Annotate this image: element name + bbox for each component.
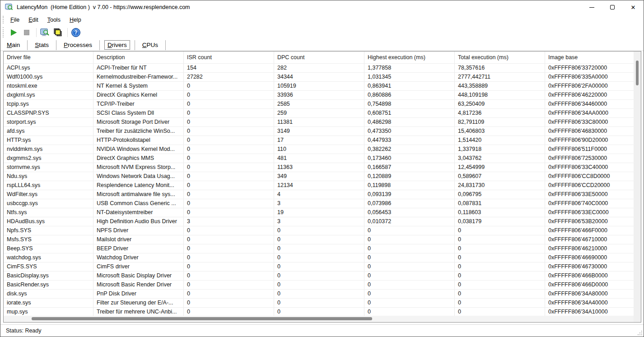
cell-highest-execution: 0	[364, 299, 455, 308]
stop-monitor-button[interactable]	[21, 27, 33, 38]
cell-total-execution: 0,118603	[455, 208, 545, 217]
cell-description: Kernelmodustreiber-Framewor...	[93, 73, 184, 82]
cell-description: DirectX Graphics MMS	[93, 154, 184, 163]
table-row[interactable]: disk.sys PnP Disk Driver 0 0 0 0 0xFFFFF…	[4, 290, 634, 299]
tab-drivers[interactable]: Drivers	[104, 40, 130, 50]
table-row[interactable]: WdFilter.sys Microsoft antimalware file …	[4, 190, 634, 199]
cell-dpc-count: 0	[274, 308, 364, 316]
vertical-scrollbar-thumb[interactable]	[636, 61, 639, 85]
cell-highest-execution: 0,056453	[364, 208, 455, 217]
help-button[interactable]: ?	[70, 27, 82, 38]
tab-cpus[interactable]: CPUs	[140, 41, 161, 49]
table-row[interactable]: BasicDisplay.sys Microsoft Basic Display…	[4, 271, 634, 281]
column-header-driver-file[interactable]: Driver file	[4, 51, 93, 64]
table-row[interactable]: ACPI.sys ACPI-Treiber für NT 154 282 1,3…	[4, 64, 634, 73]
start-monitor-button[interactable]	[8, 27, 19, 38]
cell-total-execution: 0	[455, 244, 545, 253]
cell-driver-file: HTTP.sys	[4, 136, 93, 145]
table-row[interactable]: Npfs.SYS NPFS Driver 0 0 0 0 0xFFFFF806'…	[4, 226, 634, 235]
cell-highest-execution: 0,120889	[364, 172, 455, 181]
cell-isr-count: 154	[184, 64, 274, 73]
column-header-isr-count[interactable]: ISR count	[184, 51, 274, 64]
cell-driver-file: Npfs.SYS	[4, 226, 93, 235]
svg-text:?: ?	[74, 29, 77, 36]
menu-file[interactable]: File	[7, 15, 23, 24]
table-row[interactable]: CimFS.SYS CimFS driver 0 0 0 0 0xFFFFF80…	[4, 262, 634, 271]
cell-isr-count: 27282	[184, 73, 274, 82]
cell-total-execution: 0,096795	[455, 190, 545, 199]
table-row[interactable]: HTTP.sys HTTP-Protokollstapel 0 17 0,447…	[4, 136, 634, 145]
table-row[interactable]: ntoskrnl.exe NT Kernel & System 0 105919…	[4, 82, 634, 91]
table-row[interactable]: dxgkrnl.sys DirectX Graphics Kernel 0 33…	[4, 91, 634, 100]
table-body: ACPI.sys ACPI-Treiber für NT 154 282 1,3…	[4, 64, 634, 316]
cell-highest-execution: 0	[364, 271, 455, 281]
cell-dpc-count: 0	[274, 226, 364, 235]
column-header-total-execution[interactable]: Total execution (ms)	[455, 51, 545, 64]
tab-separator	[56, 40, 56, 50]
table-row[interactable]: Wdf01000.sys Kernelmodustreiber-Framewor…	[4, 73, 634, 82]
tab-stats[interactable]: Stats	[32, 41, 51, 49]
tab-main[interactable]: Main	[4, 41, 23, 49]
table-row[interactable]: stornvme.sys Microsoft NVM Express Storp…	[4, 163, 634, 172]
table-row[interactable]: Msfs.SYS Mailslot driver 0 0 0 0 0xFFFFF…	[4, 235, 634, 244]
table-row[interactable]: tcpip.sys TCP/IP-Treiber 0 2585 0,754898…	[4, 100, 634, 109]
menu-edit[interactable]: Edit	[25, 15, 42, 24]
table-header-row: Driver file Description ISR count DPC co…	[4, 51, 634, 64]
cell-total-execution: 0,087831	[455, 199, 545, 208]
analyze-button[interactable]	[39, 27, 51, 38]
table-row[interactable]: rspLLL64.sys Resplendence Latency Monit.…	[4, 181, 634, 190]
cell-isr-count: 0	[184, 109, 274, 118]
table-row[interactable]: iorate.sys Filter zur Steuerung der E/A-…	[4, 299, 634, 308]
table-row[interactable]: mup.sys Treiber für mehrere UNC-Anbi... …	[4, 308, 634, 316]
maximize-button[interactable]	[602, 0, 623, 14]
cell-dpc-count: 0	[274, 290, 364, 299]
table-row[interactable]: Ndu.sys Windows Network Data Usag... 0 3…	[4, 172, 634, 181]
cell-total-execution: 0	[455, 281, 545, 290]
table-row[interactable]: dxgmms2.sys DirectX Graphics MMS 0 481 0…	[4, 154, 634, 163]
column-header-dpc-count[interactable]: DPC count	[274, 51, 364, 64]
cell-isr-count: 0	[184, 190, 274, 199]
column-header-highest-execution[interactable]: Highest execution (ms)	[364, 51, 455, 64]
cell-image-base: 0xFFFFF806'466D0000	[545, 281, 634, 290]
table-row[interactable]: HDAudBus.sys High Definition Audio Bus D…	[4, 217, 634, 226]
table-row[interactable]: Ntfs.sys NT-Dateisystemtreiber 0 19 0,05…	[4, 208, 634, 217]
cell-dpc-count: 2585	[274, 100, 364, 109]
processes-window-button[interactable]	[52, 27, 64, 38]
cell-description: NT Kernel & System	[93, 82, 184, 91]
column-header-description[interactable]: Description	[93, 51, 184, 64]
cell-total-execution: 15,406803	[455, 127, 545, 136]
resize-grip[interactable]	[637, 330, 642, 335]
table-row[interactable]: afd.sys Treiber für zusätzliche WinSo...…	[4, 127, 634, 136]
table-row[interactable]: nvlddmkm.sys NVIDIA Windows Kernel Mod..…	[4, 145, 634, 154]
close-button[interactable]: ✕	[623, 0, 644, 14]
table-row[interactable]: BasicRender.sys Microsoft Basic Render D…	[4, 281, 634, 290]
cell-driver-file: Beep.SYS	[4, 244, 93, 253]
titlebar[interactable]: LatencyMon (Home Edition ) v 7.00 - http…	[0, 0, 644, 14]
cell-total-execution: 78,357616	[455, 64, 545, 73]
menu-help[interactable]: Help	[66, 15, 85, 24]
table-row[interactable]: watchdog.sys Watchdog Driver 0 0 0 0 0xF…	[4, 253, 634, 262]
cell-highest-execution: 0,473350	[364, 127, 455, 136]
scrollbar-corner	[634, 316, 641, 322]
tab-separator	[165, 40, 166, 50]
table-row[interactable]: CLASSPNP.SYS SCSI Class System Dll 0 259…	[4, 109, 634, 118]
table-row[interactable]: Beep.SYS BEEP Driver 0 0 0 0 0xFFFFF806'…	[4, 244, 634, 253]
column-header-image-base[interactable]: Image base	[545, 51, 634, 64]
tab-separator	[135, 40, 135, 50]
cell-driver-file: tcpip.sys	[4, 100, 93, 109]
vertical-scrollbar[interactable]	[634, 51, 641, 322]
cell-image-base: 0xFFFFF806'46220000	[545, 91, 634, 100]
cell-highest-execution: 0,860886	[364, 91, 455, 100]
table-row[interactable]: usbccgp.sys USB Common Class Generic ...…	[4, 199, 634, 208]
cell-isr-count: 0	[184, 82, 274, 91]
tab-processes[interactable]: Processes	[61, 41, 95, 49]
horizontal-scrollbar-thumb[interactable]	[32, 317, 372, 320]
horizontal-scrollbar[interactable]	[4, 316, 634, 322]
cell-image-base: 0xFFFFF806'72530000	[545, 154, 634, 163]
minimize-button[interactable]	[581, 0, 602, 14]
cell-image-base: 0xFFFFF806'466B0000	[545, 271, 634, 281]
toolbar-separator	[67, 28, 68, 37]
table-row[interactable]: storport.sys Microsoft Storage Port Driv…	[4, 118, 634, 127]
menu-tools[interactable]: Tools	[44, 15, 64, 24]
cell-highest-execution: 0,754898	[364, 100, 455, 109]
